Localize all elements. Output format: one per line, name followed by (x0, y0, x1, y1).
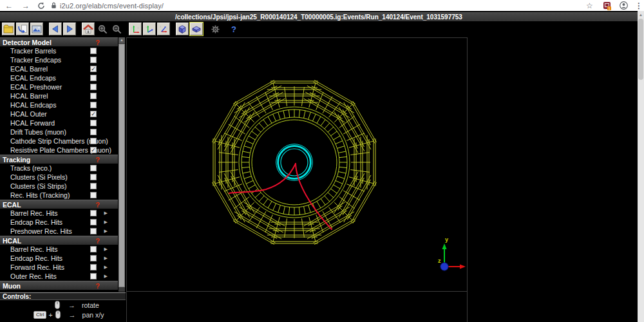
svg-text:z: z (159, 24, 161, 28)
sidebar-item-endcap-rec-hits: Endcap Rec. Hits▶ (0, 218, 118, 227)
scroll-up-icon[interactable]: ▲ (118, 37, 125, 43)
submenu-arrow-icon[interactable]: ▶ (104, 229, 108, 234)
sidebar-item-ecal-endcaps: ECAL Endcaps (0, 73, 118, 82)
help-icon[interactable]: ? (95, 237, 100, 245)
reload-icon[interactable] (37, 0, 45, 11)
cube-icon (177, 24, 187, 34)
checkbox[interactable] (90, 174, 97, 180)
home-icon (83, 24, 93, 33)
checkbox[interactable]: ✓ (90, 66, 97, 72)
flat-cube-icon (191, 24, 202, 34)
forward-icon[interactable]: → (22, 0, 30, 11)
help-icon: ? (230, 24, 238, 34)
profile-avatar[interactable] (620, 0, 628, 11)
sidebar-item-clusters-si-pixels: Clusters (Si Pixels) (0, 173, 118, 182)
arrow-left-icon (51, 24, 60, 33)
zoom-out-button[interactable] (110, 23, 123, 35)
browser-menu-icon[interactable]: ⋮ (635, 0, 643, 11)
item-label: Clusters (Si Strips) (0, 182, 67, 190)
arrow-right-icon (65, 24, 74, 33)
section-title: Tracking (0, 156, 30, 164)
item-label: Barrel Rec. Hits (0, 245, 58, 253)
item-label: Outer Rec. Hits (0, 272, 57, 280)
url-bar[interactable]: i2u2.org/elab/cms/event-display/ (60, 0, 164, 11)
section-header-muon: Muon? (0, 281, 118, 290)
help-icon[interactable]: ? (95, 39, 100, 46)
item-label: HCAL Forward (0, 119, 55, 127)
sidebar-item-rec-hits-tracking: Rec. Hits (Tracking) (0, 191, 118, 200)
window-scroll-up-icon[interactable]: ▲ (638, 11, 644, 19)
checkbox[interactable] (90, 273, 97, 279)
arrow-glyph: → (69, 311, 76, 319)
submenu-arrow-icon[interactable]: ▶ (104, 274, 108, 279)
checkbox[interactable] (90, 264, 97, 270)
export-image-button[interactable] (30, 23, 43, 35)
back-icon[interactable]: ← (5, 0, 13, 11)
sidebar-scrollbar[interactable]: ▲ (118, 37, 125, 292)
checkbox[interactable] (90, 129, 97, 135)
sidebar-item-hcal-forward: HCAL Forward (0, 118, 118, 128)
submenu-arrow-icon[interactable]: ▶ (104, 247, 108, 252)
view-along-x-button[interactable]: zx (157, 23, 170, 35)
checkbox[interactable] (90, 57, 97, 63)
section-header-detector-model: Detector Model? (0, 37, 118, 46)
window-scrollbar[interactable]: ▲ (638, 11, 644, 322)
event-3d-canvas[interactable]: yxz (126, 37, 468, 292)
axes-zy-icon: zx (159, 24, 169, 34)
view-along-z-button[interactable]: xy (129, 23, 142, 35)
checkbox[interactable]: ✓ (90, 147, 97, 153)
mouse-icon (55, 310, 61, 319)
checkbox[interactable] (90, 219, 97, 225)
lock-icon (51, 0, 57, 11)
checkbox[interactable] (90, 192, 97, 198)
open-file-button[interactable] (2, 23, 15, 35)
import-event-button[interactable] (16, 23, 29, 35)
checkbox[interactable] (90, 210, 97, 216)
settings-button[interactable] (209, 23, 222, 35)
help-icon[interactable]: ? (95, 282, 100, 290)
submenu-arrow-icon[interactable]: ▶ (104, 220, 108, 225)
checkbox[interactable] (90, 75, 97, 81)
control-row (0, 319, 126, 322)
sidebar-item-endcap-rec-hits: Endcap Rec. Hits▶ (0, 254, 118, 263)
help-icon[interactable]: ? (95, 156, 100, 164)
window-scrollbar-thumb[interactable] (638, 19, 643, 80)
next-event-button[interactable] (63, 23, 76, 35)
item-label: Preshower Rec. Hits (0, 227, 72, 235)
submenu-arrow-icon[interactable]: ▶ (104, 256, 108, 261)
checkbox[interactable] (90, 48, 97, 54)
extension-icon[interactable]: 1 (603, 0, 612, 11)
checkbox[interactable]: ✓ (90, 111, 97, 117)
checkbox[interactable] (90, 165, 97, 171)
checkbox[interactable] (90, 228, 97, 234)
item-label: HCAL Endcaps (0, 101, 56, 109)
orthographic-view-button[interactable] (190, 23, 203, 35)
perspective-view-button[interactable] (176, 23, 189, 35)
sidebar-scrollbar-thumb[interactable] (118, 44, 125, 287)
help-button[interactable]: ? (227, 23, 240, 35)
zoom-in-button[interactable] (96, 23, 109, 35)
control-action-label: rotate (82, 301, 99, 309)
section-header-hcal: HCAL? (0, 236, 118, 245)
item-label: Tracks (reco.) (0, 164, 52, 172)
checkbox[interactable] (90, 93, 97, 99)
item-label: HCAL Outer (0, 110, 47, 118)
previous-event-button[interactable] (49, 23, 62, 35)
help-icon[interactable]: ? (95, 201, 100, 209)
checkbox[interactable] (90, 102, 97, 108)
checkbox[interactable] (90, 255, 97, 261)
home-view-button[interactable] (82, 23, 95, 35)
checkbox[interactable] (90, 246, 97, 252)
svg-text:y: y (131, 26, 133, 29)
submenu-arrow-icon[interactable]: ▶ (104, 265, 108, 270)
section-title: HCAL (0, 237, 21, 245)
submenu-arrow-icon[interactable]: ▶ (104, 211, 108, 216)
svg-text:y: y (445, 236, 448, 243)
checkbox[interactable] (90, 84, 97, 90)
gear-icon (211, 24, 220, 34)
checkbox[interactable] (90, 120, 97, 126)
view-along-y-button[interactable]: zx (143, 23, 156, 35)
checkbox[interactable] (90, 138, 97, 144)
checkbox[interactable] (90, 183, 97, 189)
bookmark-star-icon[interactable]: ☆ (586, 0, 593, 11)
